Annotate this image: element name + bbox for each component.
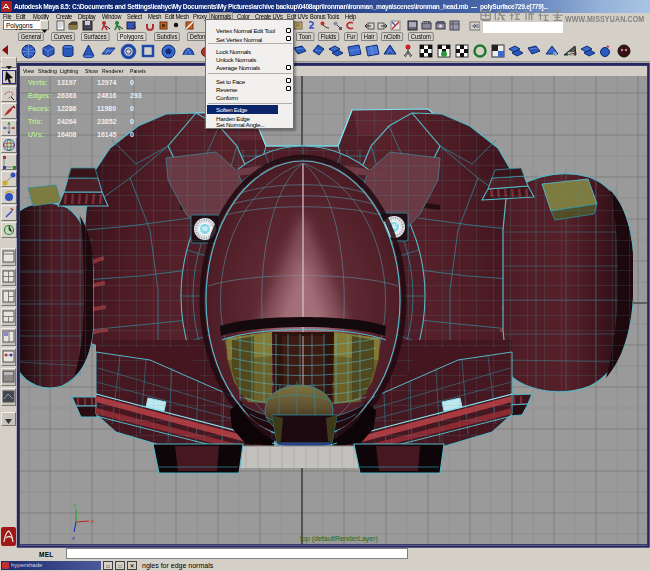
svg-text:top (defaultRenderLayer): top (defaultRenderLayer) <box>300 535 378 543</box>
svg-text:z: z <box>72 535 75 541</box>
svg-text:x: x <box>91 518 94 524</box>
svg-text:y: y <box>73 502 76 508</box>
